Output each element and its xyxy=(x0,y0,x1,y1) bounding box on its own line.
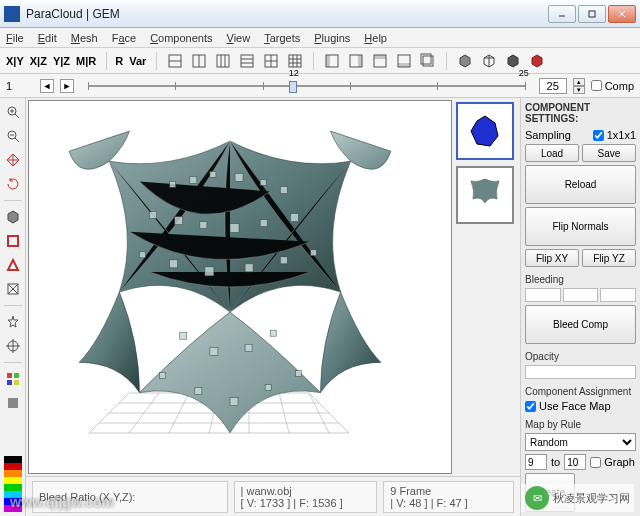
grid5-icon[interactable] xyxy=(261,51,281,71)
svg-rect-45 xyxy=(170,181,176,187)
svg-rect-47 xyxy=(210,171,216,177)
status-file: | wanw.obj xyxy=(241,485,371,497)
select-box-icon[interactable] xyxy=(3,231,23,251)
color-grid-icon[interactable] xyxy=(3,369,23,389)
svg-rect-67 xyxy=(160,372,166,378)
axis-xz[interactable]: X|Z xyxy=(30,55,47,67)
menu-edit[interactable]: Edit xyxy=(38,32,57,44)
range-from[interactable] xyxy=(525,454,547,470)
flip-normals-button[interactable]: Flip Normals xyxy=(525,207,636,246)
opacity-slider[interactable] xyxy=(525,365,636,379)
map-rule-label: Map by Rule xyxy=(525,419,636,430)
svg-rect-23 xyxy=(374,55,386,59)
menu-file[interactable]: File xyxy=(6,32,24,44)
panel2-icon[interactable] xyxy=(346,51,366,71)
svg-line-33 xyxy=(15,138,19,142)
svg-line-29 xyxy=(15,114,19,118)
rotate-icon[interactable] xyxy=(3,174,23,194)
panel4-icon[interactable] xyxy=(394,51,414,71)
menu-plugins[interactable]: Plugins xyxy=(314,32,350,44)
status-file-r: | V: 48 ] | F: 47 ] xyxy=(390,497,507,509)
svg-rect-52 xyxy=(175,217,183,225)
grid2-icon[interactable] xyxy=(189,51,209,71)
menu-components[interactable]: Components xyxy=(150,32,212,44)
star-icon[interactable] xyxy=(3,312,23,332)
comp-checkbox[interactable]: Comp xyxy=(591,80,634,92)
cube-icon[interactable] xyxy=(3,207,23,227)
use-face-map-checkbox[interactable]: Use Face Map xyxy=(525,400,636,412)
single-color-icon[interactable] xyxy=(3,393,23,413)
sampling-checkbox[interactable]: 1x1x1 xyxy=(593,129,636,141)
triangle-icon[interactable] xyxy=(3,255,23,275)
zoom-out-icon[interactable] xyxy=(3,126,23,146)
crosshatch-icon[interactable] xyxy=(3,279,23,299)
svg-rect-51 xyxy=(150,212,157,219)
save-button[interactable]: Save xyxy=(582,144,636,162)
svg-rect-66 xyxy=(270,330,276,336)
close-button[interactable] xyxy=(608,5,636,23)
frame-field[interactable] xyxy=(539,78,567,94)
minimize-button[interactable] xyxy=(548,5,576,23)
window-title: ParaCloud | GEM xyxy=(26,7,546,21)
grid1-icon[interactable] xyxy=(165,51,185,71)
range-to[interactable] xyxy=(564,454,586,470)
cube-shaded-icon[interactable] xyxy=(455,51,475,71)
cube-wire-icon[interactable] xyxy=(479,51,499,71)
bleed-comp-button[interactable]: Bleed Comp xyxy=(525,305,636,344)
thumbnail-1[interactable] xyxy=(456,102,514,160)
load-button[interactable]: Load xyxy=(525,144,579,162)
menu-targets[interactable]: Targets xyxy=(264,32,300,44)
grid3-icon[interactable] xyxy=(213,51,233,71)
3d-viewport[interactable] xyxy=(28,100,452,474)
svg-rect-42 xyxy=(7,380,12,385)
svg-rect-11 xyxy=(241,55,253,67)
svg-rect-40 xyxy=(7,373,12,378)
maximize-button[interactable] xyxy=(578,5,606,23)
flip-xy-button[interactable]: Flip XY xyxy=(525,249,579,267)
svg-rect-64 xyxy=(210,347,218,355)
panel5-icon[interactable] xyxy=(418,51,438,71)
prev-button[interactable]: ◄ xyxy=(40,79,54,93)
rule-select[interactable]: Random xyxy=(525,433,636,451)
thumbnail-2[interactable] xyxy=(456,166,514,224)
frame-spinner[interactable]: ▲▼ xyxy=(573,78,585,94)
svg-rect-21 xyxy=(358,55,362,67)
toggle-var[interactable]: Var xyxy=(129,55,146,67)
flip-yz-button[interactable]: Flip YZ xyxy=(582,249,636,267)
reload-button[interactable]: Reload xyxy=(525,165,636,204)
comp-assign-label: Component Assignment xyxy=(525,386,636,397)
frame-slider[interactable]: 12 25 xyxy=(88,78,525,94)
sampling-label: Sampling xyxy=(525,129,571,141)
svg-rect-69 xyxy=(230,398,238,406)
bleeding-fields[interactable] xyxy=(525,288,636,302)
target-icon[interactable] xyxy=(3,336,23,356)
axis-mr[interactable]: M|R xyxy=(76,55,96,67)
toggle-r[interactable]: R xyxy=(115,55,123,67)
menu-face[interactable]: Face xyxy=(112,32,136,44)
axis-yz[interactable]: Y|Z xyxy=(53,55,70,67)
titlebar: ParaCloud | GEM xyxy=(0,0,640,28)
left-toolbar xyxy=(0,98,26,516)
svg-rect-54 xyxy=(230,224,239,233)
svg-rect-68 xyxy=(195,388,202,395)
graph-checkbox[interactable]: Graph xyxy=(590,456,635,468)
svg-rect-60 xyxy=(245,264,253,272)
menu-help[interactable]: Help xyxy=(364,32,387,44)
grid4-icon[interactable] xyxy=(237,51,257,71)
svg-rect-41 xyxy=(14,373,19,378)
svg-rect-19 xyxy=(326,55,330,67)
toolbar-slider: 1 ◄ ► 12 25 ▲▼ Comp xyxy=(0,74,640,98)
panel-title: COMPONENT SETTINGS: xyxy=(525,102,636,124)
panel1-icon[interactable] xyxy=(322,51,342,71)
pan-icon[interactable] xyxy=(3,150,23,170)
svg-rect-1 xyxy=(589,11,595,17)
menu-view[interactable]: View xyxy=(227,32,251,44)
zoom-in-icon[interactable] xyxy=(3,102,23,122)
menu-mesh[interactable]: Mesh xyxy=(71,32,98,44)
cube-red-icon[interactable] xyxy=(527,51,547,71)
panel3-icon[interactable] xyxy=(370,51,390,71)
next-button[interactable]: ► xyxy=(60,79,74,93)
axis-xy[interactable]: X|Y xyxy=(6,55,24,67)
svg-rect-17 xyxy=(289,55,301,67)
svg-rect-43 xyxy=(14,380,19,385)
